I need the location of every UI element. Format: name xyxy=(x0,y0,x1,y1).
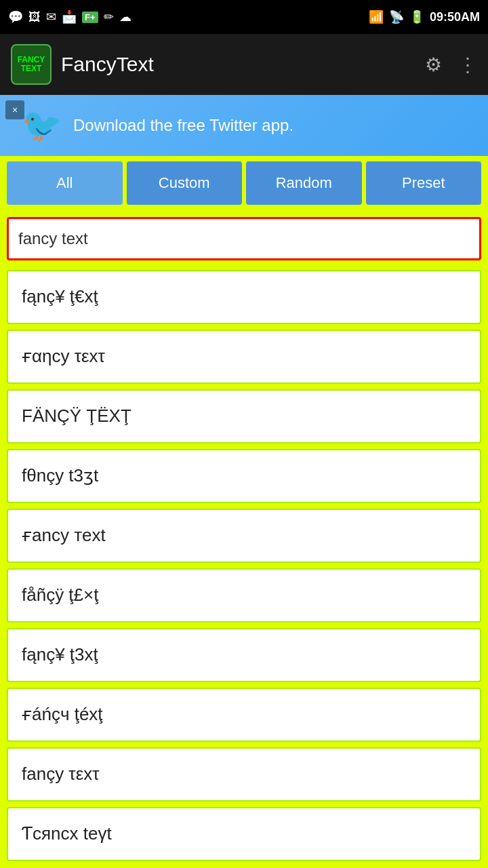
result-item-1[interactable]: fąnç¥ ţ€xţ xyxy=(7,270,481,324)
app-logo: FANCYTEXT xyxy=(11,44,52,85)
app-logo-text: FANCYTEXT xyxy=(18,56,45,73)
mail-icon: ✉ xyxy=(46,9,56,24)
cloud-icon: ☁ xyxy=(119,9,131,24)
result-text-6: fåñçÿ ţ£×ţ xyxy=(22,584,98,607)
result-item-3[interactable]: FÄNÇŸ ŢËXŢ xyxy=(7,389,481,443)
result-text-2: ғαηcу τεxτ xyxy=(22,345,105,368)
image-icon: 🖼 xyxy=(28,10,41,24)
result-item-4[interactable]: fθnçy t3ʒt xyxy=(7,449,481,503)
result-item-7[interactable]: fąnç¥ ţ3xţ xyxy=(7,628,481,682)
ad-text: Download the free Twitter app. xyxy=(73,116,293,135)
search-input[interactable] xyxy=(7,217,481,260)
result-item-2[interactable]: ғαηcу τεxτ xyxy=(7,330,481,384)
results-list: fąnç¥ ţ€xţ ғαηcу τεxτ FÄNÇŸ ŢËXŢ fθnçy t… xyxy=(0,267,488,868)
tab-preset[interactable]: Preset xyxy=(366,161,482,205)
status-left-icons: 💬 🖼 ✉ 📩 F+ ✏ ☁ xyxy=(8,9,131,24)
tab-random[interactable]: Random xyxy=(246,161,362,205)
time-display: 09:50AM xyxy=(430,10,480,24)
whatsapp-icon: 💬 xyxy=(8,9,23,24)
signal-icon: 📡 xyxy=(389,9,404,24)
app-title: FancyText xyxy=(61,53,425,76)
fplus-icon: F+ xyxy=(82,12,98,23)
ad-banner: × 🐦 Download the free Twitter app. xyxy=(0,95,488,156)
result-text-9: fаnçу τεxτ xyxy=(22,763,100,786)
result-item-5[interactable]: ғancy тext xyxy=(7,509,481,563)
result-text-10: Ƭcяncx teγt xyxy=(22,823,112,846)
status-bar: 💬 🖼 ✉ 📩 F+ ✏ ☁ 📶 📡 🔋 09:50AM xyxy=(0,0,488,34)
envelope-icon: 📩 xyxy=(62,9,77,24)
result-text-4: fθnçy t3ʒt xyxy=(22,465,98,488)
status-right-icons: 📶 📡 🔋 09:50AM xyxy=(369,9,480,24)
more-options-icon[interactable]: ⋮ xyxy=(458,54,477,76)
result-item-9[interactable]: fаnçу τεxτ xyxy=(7,747,481,802)
settings-icon[interactable]: ⚙ xyxy=(425,54,442,76)
result-text-3: FÄNÇŸ ŢËXŢ xyxy=(22,405,131,428)
app-bar-actions: ⚙ ⋮ xyxy=(425,54,477,76)
result-text-7: fąnç¥ ţ3xţ xyxy=(22,644,98,667)
result-text-8: ғáńçч ţéxţ xyxy=(22,703,103,726)
result-text-1: fąnç¥ ţ€xţ xyxy=(22,285,98,309)
result-text-5: ғancy тext xyxy=(22,524,106,547)
tab-all[interactable]: All xyxy=(7,161,123,205)
ad-close-button[interactable]: × xyxy=(5,100,24,119)
twitter-bird-icon: 🐦 xyxy=(22,106,62,144)
tab-custom[interactable]: Custom xyxy=(127,161,243,205)
tab-bar: All Custom Random Preset xyxy=(0,156,488,210)
result-item-10[interactable]: Ƭcяncx teγt xyxy=(7,807,481,861)
wifi-icon: 📶 xyxy=(369,9,384,24)
app-bar: FANCYTEXT FancyText ⚙ ⋮ xyxy=(0,34,488,95)
result-item-8[interactable]: ғáńçч ţéxţ xyxy=(7,688,481,742)
result-item-6[interactable]: fåñçÿ ţ£×ţ xyxy=(7,568,481,623)
sketchbook-icon: ✏ xyxy=(104,9,114,24)
battery-icon: 🔋 xyxy=(409,9,424,24)
search-container xyxy=(0,210,488,267)
